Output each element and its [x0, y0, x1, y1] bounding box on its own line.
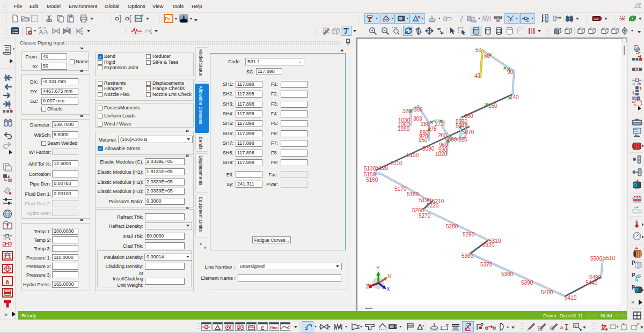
svg-text:5110: 5110 — [391, 160, 402, 166]
svg-text:150: 150 — [488, 103, 497, 109]
svg-text:P: P — [632, 272, 635, 278]
svg-text:5160: 5160 — [366, 177, 378, 183]
svg-text:y: y — [513, 14, 514, 17]
svg-text:5270: 5270 — [419, 213, 431, 219]
svg-text:113: 113 — [594, 17, 599, 20]
svg-text:x: x — [422, 324, 425, 327]
svg-text:5100: 5100 — [407, 152, 419, 158]
svg-text:5490: 5490 — [589, 274, 602, 280]
svg-text:5070: 5070 — [462, 129, 474, 135]
svg-text:5280: 5280 — [446, 224, 458, 229]
svg-text:40: 40 — [474, 73, 481, 79]
svg-text:5320: 5320 — [482, 242, 495, 248]
svg-text:z: z — [508, 19, 510, 23]
svg-text:1020: 1020 — [435, 151, 448, 157]
svg-text:50: 50 — [475, 47, 482, 53]
svg-text:Rho: Rho — [270, 326, 278, 330]
svg-text:306: 306 — [414, 107, 423, 113]
svg-text:E: E — [261, 325, 265, 331]
svg-text:5380: 5380 — [501, 271, 514, 277]
svg-text:5090: 5090 — [422, 146, 435, 152]
svg-text:5440: 5440 — [586, 280, 598, 286]
svg-text:5360: 5360 — [462, 253, 474, 259]
svg-text:Y: Y — [376, 265, 380, 271]
svg-text:5410: 5410 — [565, 295, 577, 301]
svg-text:10: 10 — [525, 19, 529, 23]
svg-text:10: 10 — [206, 328, 208, 331]
svg-text:1090: 1090 — [398, 126, 410, 132]
svg-text:5040: 5040 — [456, 123, 468, 129]
svg-text:X: X — [386, 286, 390, 292]
svg-text:5400: 5400 — [541, 290, 553, 295]
svg-text:N: N — [387, 273, 391, 279]
svg-text:5170: 5170 — [394, 186, 407, 192]
svg-text:5510: 5510 — [603, 255, 616, 261]
svg-text:5390: 5390 — [521, 280, 533, 286]
svg-text:225: 225 — [458, 137, 467, 143]
svg-text:950: 950 — [419, 137, 428, 143]
svg-text:140: 140 — [510, 94, 519, 100]
svg-text:5180: 5180 — [407, 191, 419, 197]
svg-text:5290: 5290 — [463, 232, 475, 237]
svg-text:10: 10 — [632, 83, 635, 85]
svg-text:5130: 5130 — [364, 166, 376, 172]
svg-text:90: 90 — [507, 69, 514, 75]
svg-text:Z: Z — [366, 284, 369, 290]
svg-text:5120: 5120 — [376, 165, 389, 171]
svg-text:20: 20 — [637, 82, 641, 86]
svg-text:320: 320 — [402, 108, 412, 114]
svg-text:60: 60 — [484, 53, 491, 59]
svg-text:5500: 5500 — [590, 256, 603, 262]
svg-text:a: a — [560, 325, 564, 330]
svg-text:278: 278 — [428, 126, 437, 132]
svg-text:5220: 5220 — [427, 203, 439, 209]
svg-text:5370: 5370 — [480, 262, 493, 268]
svg-text:P: P — [632, 260, 635, 266]
